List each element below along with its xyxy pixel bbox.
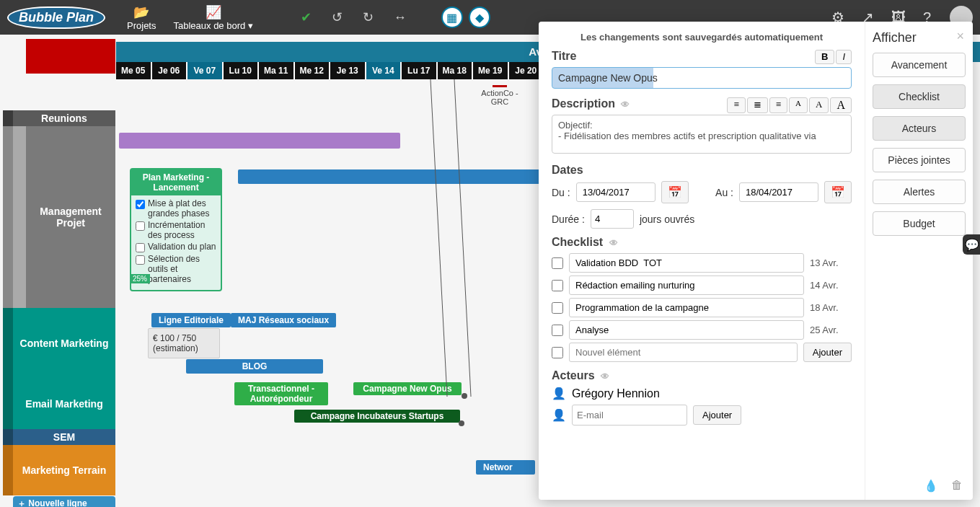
date-cell[interactable]: Ve 07 — [187, 62, 224, 79]
row-handle[interactable] — [3, 445, 13, 495]
date-from-input[interactable] — [576, 182, 655, 202]
checklist-text[interactable] — [569, 275, 804, 295]
font-medium-button[interactable]: A — [809, 97, 829, 113]
checklist-date: 13 Avr. — [810, 257, 852, 268]
task-blog[interactable]: BLOG — [186, 359, 323, 374]
date-cell[interactable]: Je 13 — [330, 62, 366, 79]
task-maj-reseaux[interactable]: MAJ Réseaux sociaux — [231, 313, 336, 327]
user-icon: 👤 — [552, 408, 566, 422]
task-ligne-editoriale[interactable]: Ligne Editoriale — [151, 313, 231, 327]
view-calendar-toggle[interactable]: ▦ — [441, 6, 463, 28]
trash-icon[interactable]: 🗑 — [951, 479, 963, 493]
row-handle[interactable] — [3, 126, 13, 308]
date-cell[interactable]: Ve 14 — [366, 62, 402, 79]
task-network[interactable]: Networ — [476, 460, 535, 475]
nav-projects-label: Projets — [127, 20, 156, 31]
checklist-row: 18 Avr. — [552, 298, 852, 317]
font-small-button[interactable]: A — [789, 97, 808, 113]
brand-logo[interactable]: Bubble Plan — [7, 6, 105, 29]
row-handle[interactable] — [3, 429, 13, 445]
row-sem[interactable]: SEM — [13, 429, 115, 445]
row-subhandle[interactable] — [13, 126, 26, 308]
side-btn-budget[interactable]: Budget — [873, 211, 966, 236]
card-check-3[interactable] — [136, 243, 145, 252]
row-reunions[interactable]: Reunions — [13, 110, 115, 126]
font-large-button[interactable]: A — [830, 97, 852, 113]
task-campagne-opus[interactable]: Campagne New Opus — [353, 382, 462, 395]
checklist-new-input[interactable] — [569, 343, 798, 362]
checklist-text[interactable] — [569, 253, 804, 273]
calendar-from-button[interactable]: 📅 — [661, 181, 689, 203]
row-handle[interactable] — [3, 110, 13, 126]
date-to-input[interactable] — [739, 182, 818, 202]
date-cell[interactable]: Je 06 — [152, 62, 188, 79]
duration-input[interactable] — [591, 209, 634, 229]
row-handle[interactable] — [3, 379, 13, 429]
user-icon: 👤 — [552, 387, 566, 400]
fit-icon[interactable]: ↔ — [394, 10, 407, 25]
side-btn-checklist[interactable]: Checklist — [873, 84, 966, 109]
date-cell[interactable]: Me 19 — [473, 62, 509, 79]
close-icon[interactable]: × — [956, 29, 964, 44]
check-icon[interactable]: ✔ — [301, 9, 312, 25]
card-check-2[interactable] — [136, 221, 145, 231]
align-center-button[interactable]: ≣ — [747, 97, 768, 113]
side-btn-alertes[interactable]: Alertes — [873, 180, 966, 204]
date-cell[interactable]: Lu 10 — [224, 62, 260, 79]
date-cell[interactable]: Me 12 — [295, 62, 331, 79]
undo-icon[interactable]: ↺ — [332, 9, 343, 25]
checklist-text[interactable] — [569, 320, 804, 340]
description-input[interactable]: Objectif: - Fidélisation des membres act… — [552, 115, 852, 154]
nav-projects[interactable]: 📂 Projets — [127, 4, 156, 31]
task-transactionnel[interactable]: Transactionnel -Autorépondeur — [234, 382, 328, 405]
task-incubateurs[interactable]: Campagne Incubateurs Startups — [294, 410, 460, 423]
row-email[interactable]: Email Marketing — [13, 379, 115, 429]
nav-dashboards[interactable]: 📈 Tableaux de bord ▾ — [173, 4, 252, 31]
checklist-checkbox[interactable] — [552, 280, 563, 291]
task-purple-bar[interactable] — [119, 133, 400, 149]
row-handle[interactable] — [3, 308, 13, 379]
side-btn-avancement[interactable]: Avancement — [873, 53, 966, 77]
date-cell[interactable]: Ma 11 — [259, 62, 295, 79]
dependency-endpoint — [462, 393, 467, 399]
card-check-4[interactable] — [136, 255, 145, 265]
checklist-checkbox[interactable] — [552, 257, 563, 269]
bold-button[interactable]: B — [815, 50, 834, 64]
row-terrain[interactable]: Marketing Terrain — [13, 445, 115, 495]
checklist-text[interactable] — [569, 298, 804, 317]
checklist-new-checkbox[interactable] — [552, 347, 563, 358]
milestone-actionco[interactable]: ▬▬ ActionCo - GRC — [474, 81, 525, 106]
checklist-checkbox[interactable] — [552, 302, 563, 314]
side-btn-pieces-jointes[interactable]: Pièces jointes — [873, 148, 966, 172]
actor-email-input[interactable] — [572, 405, 687, 426]
side-btn-acteurs[interactable]: Acteurs — [873, 116, 966, 141]
checklist-row: 14 Avr. — [552, 275, 852, 295]
row-management[interactable]: Management Projet — [26, 126, 115, 308]
task-budget-info: € 100 / 750 (estimation) — [148, 328, 220, 358]
redo-icon[interactable]: ↻ — [363, 9, 374, 25]
task-card-plan-marketing[interactable]: Plan Marketing -Lancement Mise à plat de… — [130, 168, 222, 291]
diamond-icon: ◆ — [475, 11, 484, 25]
checklist-date: 25 Avr. — [810, 325, 852, 335]
italic-button[interactable]: I — [836, 50, 852, 64]
eye-slash-icon[interactable]: 👁 — [601, 371, 609, 382]
align-left-button[interactable]: ≡ — [727, 97, 745, 113]
view-diamond-toggle[interactable]: ◆ — [469, 6, 490, 28]
checklist-add-button[interactable]: Ajouter — [803, 343, 852, 362]
add-row-button[interactable]: ＋ Nouvelle ligne — [13, 496, 115, 507]
date-from-label: Du : — [552, 187, 570, 198]
feedback-tab[interactable]: 💬 — [963, 234, 980, 255]
checklist-checkbox[interactable] — [552, 325, 563, 336]
date-cell[interactable]: Me 05 — [116, 62, 152, 79]
eye-slash-icon[interactable]: 👁 — [609, 238, 618, 248]
droplet-icon[interactable]: 💧 — [924, 479, 938, 493]
card-check-1[interactable] — [136, 200, 145, 209]
actor-add-button[interactable]: Ajouter — [693, 405, 741, 425]
eye-slash-icon[interactable]: 👁 — [621, 100, 630, 110]
title-input[interactable] — [552, 67, 852, 89]
row-content[interactable]: Content Marketing — [13, 308, 115, 379]
calendar-to-button[interactable]: 📅 — [824, 181, 852, 203]
date-cell[interactable]: Ma 18 — [438, 62, 474, 79]
date-cell[interactable]: Lu 17 — [402, 62, 438, 79]
align-right-button[interactable]: ≡ — [769, 97, 787, 113]
